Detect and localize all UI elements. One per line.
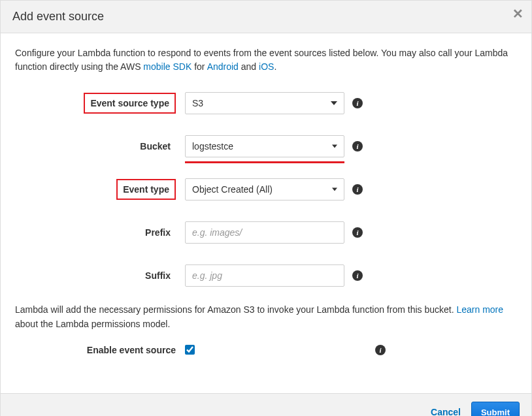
control-col: i — [185, 221, 363, 244]
permissions-text-after: about the Lambda permissions model. — [15, 319, 170, 329]
info-icon[interactable]: i — [352, 227, 363, 238]
event-source-type-select[interactable]: S3 — [185, 92, 344, 114]
suffix-label: Suffix — [140, 266, 176, 285]
label-col: Enable event source — [15, 345, 185, 355]
event-type-label: Event type — [116, 179, 176, 200]
intro-part3: and — [239, 61, 259, 72]
info-icon[interactable]: i — [352, 184, 363, 195]
bucket-select[interactable]: logstestce — [185, 135, 344, 157]
prefix-label: Prefix — [140, 223, 176, 242]
row-event-type: Event type Object Created (All) i — [15, 178, 517, 200]
info-icon[interactable]: i — [352, 141, 363, 152]
mobile-sdk-link[interactable]: mobile SDK — [143, 61, 191, 72]
bucket-label: Bucket — [135, 137, 176, 155]
info-icon[interactable]: i — [375, 345, 386, 355]
event-source-type-value: S3 — [192, 98, 203, 108]
row-event-source-type: Event source type S3 i — [15, 92, 517, 114]
event-type-select[interactable]: Object Created (All) — [185, 178, 344, 200]
permissions-text-before: Lambda will add the necessary permission… — [15, 304, 456, 315]
cancel-button[interactable]: Cancel — [431, 407, 461, 416]
modal-header: Add event source ✕ — [1, 1, 531, 33]
label-col: Prefix — [15, 223, 185, 242]
intro-part4: . — [274, 61, 276, 72]
control-col: Object Created (All) i — [185, 178, 363, 200]
control-col: i — [185, 264, 363, 287]
ios-link[interactable]: iOS — [259, 61, 274, 72]
label-col: Event type — [15, 179, 185, 200]
row-prefix: Prefix i — [15, 221, 517, 244]
close-icon[interactable]: ✕ — [512, 6, 524, 22]
label-col: Suffix — [15, 266, 185, 285]
chevron-down-icon — [331, 101, 337, 105]
add-event-source-modal: Add event source ✕ Configure your Lambda… — [0, 0, 532, 416]
chevron-down-icon — [332, 145, 337, 148]
learn-more-link[interactable]: Learn more — [456, 304, 503, 315]
row-bucket: Bucket logstestce i — [15, 135, 517, 157]
info-icon[interactable]: i — [352, 98, 363, 108]
control-col: logstestce i — [185, 135, 363, 157]
info-icon[interactable]: i — [352, 270, 363, 281]
bucket-value: logstestce — [192, 141, 233, 152]
row-suffix: Suffix i — [15, 264, 517, 287]
enable-event-source-checkbox[interactable] — [185, 345, 195, 355]
chevron-down-icon — [332, 188, 337, 191]
enable-event-source-label: Enable event source — [87, 345, 176, 355]
label-col: Event source type — [15, 93, 185, 114]
android-link[interactable]: Android — [207, 61, 239, 72]
event-type-value: Object Created (All) — [192, 184, 273, 195]
control-col: S3 i — [185, 92, 363, 114]
label-col: Bucket — [15, 137, 185, 155]
submit-button[interactable]: Submit — [471, 402, 520, 416]
permissions-note: Lambda will add the necessary permission… — [15, 302, 517, 332]
intro-part2: for — [191, 61, 207, 72]
modal-footer: Cancel Submit — [1, 393, 531, 416]
control-col: i — [185, 345, 386, 355]
modal-title: Add event source — [12, 10, 520, 24]
suffix-input[interactable] — [185, 264, 344, 287]
modal-body: Configure your Lambda function to respon… — [1, 33, 531, 393]
intro-text: Configure your Lambda function to respon… — [15, 46, 517, 74]
prefix-input[interactable] — [185, 221, 344, 244]
row-enable-source: Enable event source i — [15, 345, 517, 355]
event-source-type-label: Event source type — [84, 93, 176, 114]
